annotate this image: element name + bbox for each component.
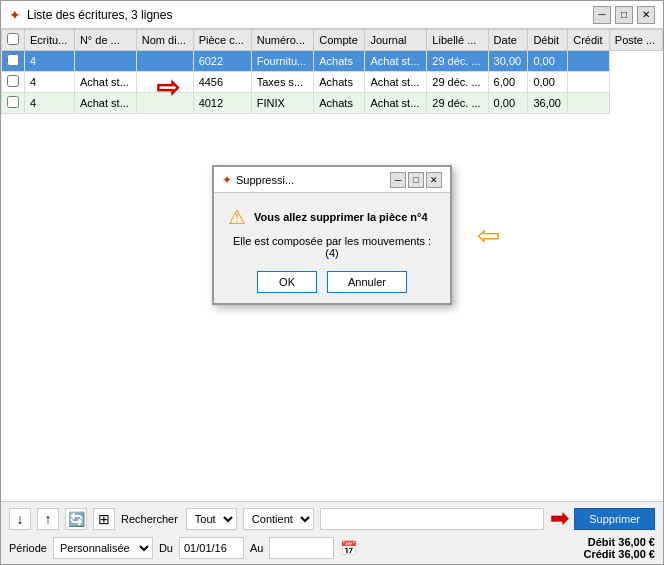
table-row[interactable]: 4 6022 Fournitu... Achats Achat st... 29… — [2, 51, 663, 72]
row3-libelle: Achat st... — [365, 93, 427, 114]
search-condition-select[interactable]: Contient — [243, 508, 314, 530]
row1-checkbox[interactable] — [7, 54, 19, 66]
ok-button[interactable]: OK — [257, 271, 317, 293]
row3-checkbox[interactable] — [7, 96, 19, 108]
col-debit: Débit — [528, 30, 568, 51]
dialog-info: Elle est composée par les mouvements : (… — [228, 235, 436, 259]
row2-checkbox[interactable] — [7, 75, 19, 87]
warning-icon: ⚠ — [228, 205, 246, 229]
dialog-title: Suppressi... — [236, 174, 294, 186]
yellow-arrow-indicator: ⇦ — [477, 219, 500, 252]
row2-numero: 4456 — [193, 72, 251, 93]
nav-down-icon[interactable]: ↓ — [9, 508, 31, 530]
dialog-controls: ─ □ ✕ — [390, 172, 442, 188]
debit-amount: Débit 36,00 € — [583, 536, 655, 548]
warning-text: Vous allez supprimer la pièce n°4 — [254, 211, 428, 223]
window-controls: ─ □ ✕ — [593, 6, 655, 24]
row3-poste — [568, 93, 610, 114]
du-label: Du — [159, 542, 173, 554]
row3-piece — [136, 93, 193, 114]
date-from-input[interactable] — [179, 537, 244, 559]
dialog-body: ⚠ Vous allez supprimer la pièce n°4 Elle… — [214, 193, 450, 303]
row2-piece — [136, 72, 193, 93]
row1-credit: 0,00 — [528, 51, 568, 72]
nav-up-icon[interactable]: ↑ — [37, 508, 59, 530]
red-arrow-right-indicator: ➡ — [550, 506, 568, 532]
dialog-buttons: OK Annuler — [228, 271, 436, 293]
row3-credit: 36,00 — [528, 93, 568, 114]
dialog-title-left: ✦ Suppressi... — [222, 173, 294, 187]
dialog-title-bar: ✦ Suppressi... ─ □ ✕ — [214, 167, 450, 193]
row2-poste — [568, 72, 610, 93]
dialog-icon: ✦ — [222, 173, 232, 187]
minimize-button[interactable]: ─ — [593, 6, 611, 24]
credit-amount: Crédit 36,00 € — [583, 548, 655, 560]
calendar-icon[interactable]: 📅 — [340, 540, 357, 556]
table-row[interactable]: 4 Achat st... 4456 Taxes s... Achats Ach… — [2, 72, 663, 93]
date-to-input[interactable] — [269, 537, 334, 559]
col-piece: Pièce c... — [193, 30, 251, 51]
row1-date: 29 déc. ... — [427, 51, 488, 72]
annuler-button[interactable]: Annuler — [327, 271, 407, 293]
row2-ecriture: 4 — [25, 72, 75, 93]
row1-debit: 30,00 — [488, 51, 528, 72]
row3-ecriture: 4 — [25, 93, 75, 114]
app-icon: ✦ — [9, 7, 21, 23]
search-field-select[interactable]: Tout — [186, 508, 237, 530]
rechercher-label: Rechercher — [121, 513, 178, 525]
row1-poste — [568, 51, 610, 72]
table-row[interactable]: 4 Achat st... 4012 FINIX Achats Achat st… — [2, 93, 663, 114]
row3-nom: Achat st... — [74, 93, 136, 114]
row1-compte: Fournitu... — [251, 51, 314, 72]
row1-piece — [136, 51, 193, 72]
col-nde: N° de ... — [74, 30, 136, 51]
row2-debit: 6,00 — [488, 72, 528, 93]
maximize-button[interactable]: □ — [615, 6, 633, 24]
title-bar: ✦ Liste des écritures, 3 lignes ─ □ ✕ — [1, 1, 663, 29]
dialog-warning: ⚠ Vous allez supprimer la pièce n°4 — [228, 205, 436, 229]
settings-icon[interactable]: ⊞ — [93, 508, 115, 530]
row2-nom: Achat st... — [74, 72, 136, 93]
amounts-display: Débit 36,00 € Crédit 36,00 € — [583, 536, 655, 560]
row2-credit: 0,00 — [528, 72, 568, 93]
row2-compte: Taxes s... — [251, 72, 314, 93]
period-label: Période — [9, 542, 47, 554]
row1-numero: 6022 — [193, 51, 251, 72]
window-title: Liste des écritures, 3 lignes — [27, 8, 172, 22]
row3-journal: Achats — [314, 93, 365, 114]
toolbar-row: ↓ ↑ 🔄 ⊞ Rechercher Tout Contient ➡ Suppr… — [9, 506, 655, 532]
period-row: Période Personnalisée Du Au 📅 Débit 36,0… — [9, 536, 655, 560]
dialog-close-button[interactable]: ✕ — [426, 172, 442, 188]
col-checkbox — [2, 30, 25, 51]
close-button[interactable]: ✕ — [637, 6, 655, 24]
row2-journal: Achats — [314, 72, 365, 93]
suppress-dialog: ✦ Suppressi... ─ □ ✕ ⚠ Vous allez suppri… — [212, 165, 452, 305]
col-poste: Poste ... — [609, 30, 662, 51]
entries-table: Ecritu... N° de ... Nom di... Pièce c...… — [1, 29, 663, 114]
row1-journal: Achats — [314, 51, 365, 72]
row1-libelle: Achat st... — [365, 51, 427, 72]
supprimer-button[interactable]: Supprimer — [574, 508, 655, 530]
table-area: Ecritu... N° de ... Nom di... Pièce c...… — [1, 29, 663, 501]
search-input[interactable] — [320, 508, 544, 530]
dialog-maximize-button[interactable]: □ — [408, 172, 424, 188]
col-libelle: Libellé ... — [427, 30, 488, 51]
bottom-bar: ↓ ↑ 🔄 ⊞ Rechercher Tout Contient ➡ Suppr… — [1, 501, 663, 564]
col-nom: Nom di... — [136, 30, 193, 51]
col-compte: Compte — [314, 30, 365, 51]
row3-numero: 4012 — [193, 93, 251, 114]
row2-libelle: Achat st... — [365, 72, 427, 93]
select-all-checkbox[interactable] — [7, 33, 19, 45]
row3-date: 29 déc. ... — [427, 93, 488, 114]
period-type-select[interactable]: Personnalisée — [53, 537, 153, 559]
col-ecriture: Ecritu... — [25, 30, 75, 51]
au-label: Au — [250, 542, 263, 554]
row3-compte: FINIX — [251, 93, 314, 114]
main-window: ✦ Liste des écritures, 3 lignes ─ □ ✕ Ec… — [0, 0, 664, 565]
dialog-minimize-button[interactable]: ─ — [390, 172, 406, 188]
col-credit: Crédit — [568, 30, 610, 51]
col-journal: Journal — [365, 30, 427, 51]
row1-ecriture: 4 — [25, 51, 75, 72]
refresh-icon[interactable]: 🔄 — [65, 508, 87, 530]
row3-debit: 0,00 — [488, 93, 528, 114]
